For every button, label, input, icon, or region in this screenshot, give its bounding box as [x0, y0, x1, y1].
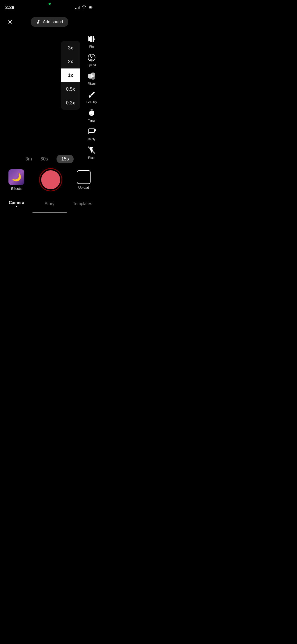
beautify-button[interactable]: Beautify: [86, 90, 97, 104]
nav-story[interactable]: Story: [33, 200, 66, 207]
timer-icon: 3: [87, 108, 96, 118]
add-sound-button[interactable]: Add sound: [31, 17, 68, 27]
upload-inner: [81, 174, 86, 180]
upload-label: Upload: [78, 186, 89, 190]
svg-point-7: [91, 75, 95, 80]
beautify-icon: [87, 90, 96, 99]
effects-button[interactable]: 🌙 Effects: [8, 169, 24, 191]
filters-button[interactable]: Filters: [87, 71, 96, 85]
camera-controls: 🌙 Effects Upload: [0, 168, 99, 191]
speed-label: Speed: [87, 63, 96, 67]
wifi-icon: [82, 5, 86, 11]
signal-icon: [75, 6, 80, 9]
upload-button[interactable]: Upload: [77, 170, 91, 190]
speed-button[interactable]: 1x Speed: [87, 53, 96, 67]
home-indicator: [0, 210, 99, 215]
filters-icon: [87, 71, 96, 81]
nav-templates-label: Templates: [73, 201, 92, 206]
battery-icon: [88, 6, 94, 10]
duration-15s[interactable]: 15s: [56, 155, 74, 163]
top-controls: Add sound: [0, 12, 99, 30]
duration-3m[interactable]: 3m: [25, 156, 32, 162]
svg-rect-2: [92, 7, 92, 7]
filters-label: Filters: [88, 82, 96, 85]
close-button[interactable]: [5, 17, 15, 27]
flip-icon: [87, 34, 96, 44]
speed-2x[interactable]: 2x: [61, 55, 80, 68]
right-sidebar: Flip 1x Speed Filters: [86, 34, 97, 159]
speed-selector: 3x 2x 1x 0.5x 0.3x: [61, 41, 80, 110]
camera-active-dot: [49, 3, 51, 5]
record-button-inner: [41, 170, 60, 189]
status-time: 2:28: [5, 5, 14, 10]
bottom-section: 3m 60s 15s 🌙 Effects Upload Camera: [0, 152, 99, 215]
nav-templates[interactable]: Templates: [66, 200, 99, 207]
effects-label: Effects: [11, 187, 22, 191]
svg-rect-1: [89, 6, 91, 8]
speed-icon: 1x: [87, 53, 96, 62]
nav-story-label: Story: [45, 201, 54, 206]
beautify-label: Beautify: [86, 100, 97, 104]
timer-label: Timer: [88, 119, 95, 122]
home-bar: [32, 212, 67, 213]
speed-3x[interactable]: 3x: [61, 41, 80, 55]
upload-icon: [77, 170, 91, 184]
status-icons: [75, 5, 94, 11]
timer-button[interactable]: 3 Timer: [87, 108, 96, 122]
effects-icon: 🌙: [8, 169, 24, 185]
reply-icon: [87, 127, 96, 136]
duration-tabs: 3m 60s 15s: [0, 152, 99, 166]
svg-text:1x: 1x: [90, 58, 93, 61]
record-button[interactable]: [39, 168, 62, 191]
speed-1x[interactable]: 1x: [61, 68, 80, 82]
reply-button[interactable]: Reply: [87, 127, 96, 141]
flip-button[interactable]: Flip: [87, 34, 96, 48]
flip-label: Flip: [89, 45, 94, 48]
svg-text:3: 3: [91, 113, 92, 116]
duration-60s[interactable]: 60s: [40, 156, 48, 162]
reply-label: Reply: [88, 137, 95, 141]
bottom-nav: Camera Story Templates: [0, 199, 99, 210]
nav-camera-dot: [16, 206, 17, 207]
speed-0-5x[interactable]: 0.5x: [61, 82, 80, 96]
status-bar: 2:28: [0, 0, 99, 12]
nav-camera[interactable]: Camera: [0, 199, 33, 208]
speed-0-3x[interactable]: 0.3x: [61, 96, 80, 110]
nav-camera-label: Camera: [9, 200, 24, 205]
add-sound-label: Add sound: [43, 20, 63, 24]
